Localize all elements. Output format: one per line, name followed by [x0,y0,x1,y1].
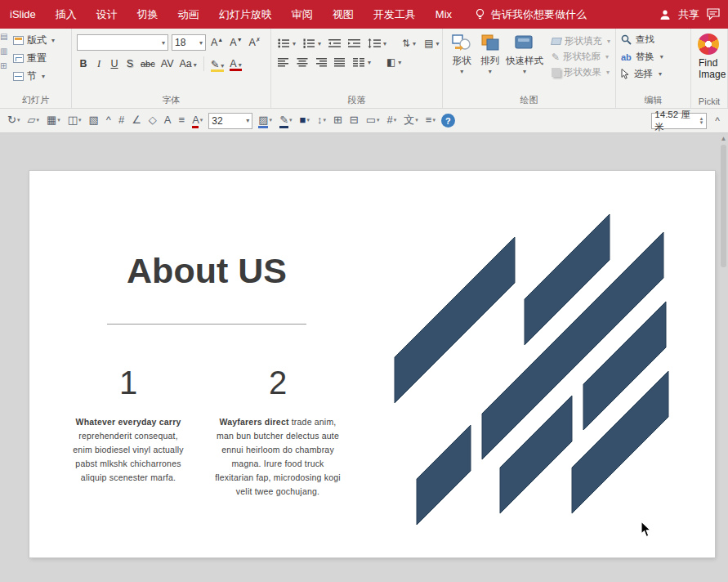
drawing-toolbar: ↻▾▱▾▦▾◫▾▧^#∠◇A≡A▾ 32▾ ▨▾✎▾■▾↕▾⊞⊟▭▾#▾文▾≡▾… [0,109,728,133]
decrease-indent-button[interactable] [327,37,342,50]
comments-icon[interactable] [707,8,720,20]
fill-color-icon[interactable]: ▨▾ [256,113,275,129]
shrink-font-button[interactable]: A▼ [228,36,243,49]
draw-angle-icon[interactable]: ∠ [129,113,144,129]
font-color-button[interactable]: A▾ [228,57,243,70]
column-1-number[interactable]: 1 [70,361,186,404]
align-left-button[interactable] [276,56,291,69]
insert-rectangle-icon[interactable]: ▭▾ [364,113,382,129]
help-icon[interactable]: ? [441,114,455,128]
menu-tab-view[interactable]: 视图 [323,0,364,29]
font-name-combobox[interactable]: ▾ [77,34,168,51]
edit-shape-icon[interactable]: ▱▾ [25,113,42,129]
align-paragraph-icon[interactable]: ≡ [176,113,188,129]
underline-button[interactable]: U [108,57,121,70]
menu-tab-developer[interactable]: 开发工具 [364,0,426,29]
grid-guides-icon[interactable]: ▦▾ [44,113,63,129]
collapse-toolbar-icon[interactable]: ^ [715,115,720,127]
menu-tab-mix[interactable]: Mix [426,0,462,29]
shapes-button[interactable]: 形状 ▾ [448,34,476,95]
layout-button[interactable]: 版式▾ [13,34,55,47]
numbering-button[interactable]: ▾ [301,37,323,50]
pickit-logo-icon[interactable] [698,34,719,55]
font-size-combobox[interactable]: 18▾ [172,34,206,51]
italic-button[interactable]: I [92,57,105,71]
find-image-button[interactable]: Find Image [699,57,726,80]
measurement-input[interactable]: 14.52 厘米 ▲▼ [651,113,707,129]
font-color-icon[interactable]: A▾ [190,113,205,129]
text-box-icon[interactable]: A [162,113,174,129]
font-group-label: 字体 [72,94,270,106]
strikethrough-button[interactable]: abc [139,58,157,69]
line-spacing-button[interactable]: ▾ [366,37,388,50]
quick-styles-button[interactable]: 快速样式 ▾ [504,34,545,95]
ribbon-group-pickit: Find Image Pickit [691,29,728,108]
justify-button[interactable] [333,56,347,69]
tell-me-search[interactable]: 告诉我你想要做什么 [475,7,587,22]
menu-tab-transitions[interactable]: 切换 [127,0,168,29]
align-text-button[interactable]: ▤▾ [422,36,440,51]
content-column-2[interactable]: 2 Wayfarers direct trade anim, man bun b… [214,361,342,499]
diagonal-stripes-graphic[interactable] [392,206,674,526]
insert-hash-icon[interactable]: # [116,113,127,129]
share-button[interactable]: 共享 [678,7,699,22]
title-divider-line[interactable] [107,324,306,325]
row-spacing-icon[interactable]: ↕▾ [315,113,328,129]
find-button[interactable]: 查找 [621,34,686,46]
align-right-button[interactable] [314,56,328,69]
change-case-button[interactable]: Aa▾ [178,57,199,70]
insert-caret-icon[interactable]: ^ [104,113,114,129]
column-2-number[interactable]: 2 [214,361,342,404]
numbering-format-icon[interactable]: #▾ [385,113,400,129]
more-options-icon[interactable]: ≡▾ [423,113,438,129]
shape-3d-icon[interactable]: ◇ [146,113,159,129]
bullets-button[interactable]: ▾ [276,37,297,50]
clear-formatting-button[interactable]: A✗ [248,36,262,49]
spinner-arrows-icon[interactable]: ▲▼ [699,117,703,125]
text-shadow-button[interactable]: S [123,57,136,70]
slide-title-textbox[interactable]: About US [60,251,354,291]
shape-fill-button[interactable]: 形状填充▾ [552,35,610,47]
column-1-text[interactable]: Whatever everyday carry reprehenderit co… [70,415,186,485]
size-combobox[interactable]: 32▾ [208,113,252,129]
rotate-shape-icon[interactable]: ↻▾ [5,113,22,129]
shape-effects-button[interactable]: 形状效果▾ [552,66,610,78]
copy-style-icon[interactable]: ⊟ [347,113,361,129]
reset-slide-button[interactable]: 重置 [13,51,55,65]
ribbon: ▤▥⊞ 版式▾ 重置 节▾ 幻灯片 [0,29,728,109]
text-style-icon[interactable]: 文▾ [401,113,421,129]
menu-tab-review[interactable]: 审阅 [282,0,323,29]
select-button[interactable]: 选择▾ [621,68,686,80]
slide[interactable]: About US 1 Whatever everyday carry repre… [29,171,715,557]
increase-indent-button[interactable] [346,37,362,50]
content-column-1[interactable]: 1 Whatever everyday carry reprehenderit … [70,361,186,485]
line-color-icon[interactable]: ✎▾ [277,113,294,129]
column-2-text[interactable]: Wayfarers direct trade anim, man bun but… [214,415,342,499]
duplicate-object-icon[interactable]: ⊞ [331,113,345,129]
columns-button[interactable]: ▾ [351,56,373,69]
shape-outline-button[interactable]: ✎ 形状轮廓▾ [552,51,610,63]
arrange-align-icon[interactable]: ◫▾ [65,113,84,129]
replace-button[interactable]: ab 替换▾ [621,51,686,63]
text-direction-button[interactable]: ⇅▾ [400,36,418,51]
text-highlight-button[interactable]: ✎▾ [209,57,226,71]
arrange-button[interactable]: 排列 ▾ [476,34,503,95]
grow-font-button[interactable]: A▲ [209,36,225,49]
menu-tab-design[interactable]: 设计 [87,0,127,29]
menu-tab-islide[interactable]: iSlide [0,0,46,29]
align-right-icon [315,57,327,67]
format-painter-icon[interactable]: ▧ [87,113,101,129]
theme-color-icon[interactable]: ■▾ [297,113,312,129]
vertical-scrollbar[interactable]: ▲ [719,133,728,582]
convert-smartart-button[interactable]: ◧▾ [385,55,403,69]
scroll-up-icon[interactable]: ▲ [719,135,728,142]
slide-canvas[interactable]: About US 1 Whatever everyday carry repre… [0,133,728,582]
menu-tab-animations[interactable]: 动画 [168,0,209,29]
character-spacing-button[interactable]: AV [159,57,176,70]
bold-button[interactable]: B [77,57,90,70]
section-button[interactable]: 节▾ [13,69,55,83]
scrollbar-thumb[interactable] [721,145,726,267]
menu-tab-slideshow[interactable]: 幻灯片放映 [209,0,282,29]
menu-tab-insert[interactable]: 插入 [46,0,87,29]
align-center-button[interactable] [295,56,310,69]
